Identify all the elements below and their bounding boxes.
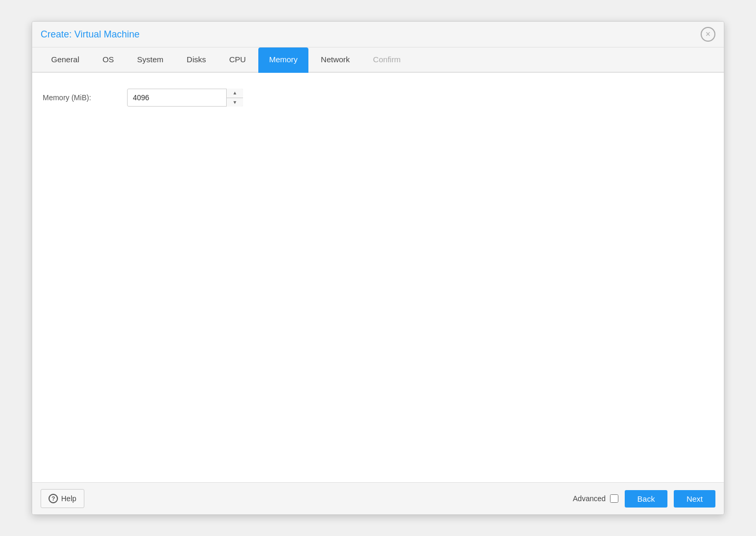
dialog-content: Memory (MiB): ▲ ▼ [32, 73, 724, 482]
footer-right: Advanced Back Next [573, 490, 715, 508]
tab-network[interactable]: Network [311, 47, 361, 73]
tabs-bar: General OS System Disks CPU Memory Netwo… [32, 47, 724, 73]
tab-confirm: Confirm [363, 47, 412, 73]
memory-input[interactable] [127, 89, 243, 107]
close-button[interactable]: × [701, 27, 715, 42]
help-label: Help [61, 494, 76, 503]
tab-os[interactable]: OS [92, 47, 124, 73]
memory-spin-up[interactable]: ▲ [227, 89, 243, 98]
advanced-text: Advanced [573, 494, 606, 503]
memory-form-row: Memory (MiB): ▲ ▼ [43, 89, 713, 107]
create-vm-dialog: Create: Virtual Machine × General OS Sys… [32, 21, 724, 515]
advanced-checkbox[interactable] [610, 494, 618, 503]
back-button[interactable]: Back [625, 490, 667, 508]
spinbox-buttons: ▲ ▼ [226, 89, 243, 107]
dialog-title: Create: Virtual Machine [41, 29, 140, 40]
tab-disks[interactable]: Disks [176, 47, 217, 73]
help-icon: ? [49, 494, 58, 503]
memory-label: Memory (MiB): [43, 93, 127, 102]
tab-memory[interactable]: Memory [258, 47, 308, 73]
tab-system[interactable]: System [127, 47, 174, 73]
dialog-header: Create: Virtual Machine × [32, 22, 724, 47]
next-button[interactable]: Next [674, 490, 715, 508]
memory-spin-down[interactable]: ▼ [227, 98, 243, 107]
help-button[interactable]: ? Help [41, 489, 84, 508]
dialog-footer: ? Help Advanced Back Next [32, 482, 724, 514]
advanced-label: Advanced [573, 494, 618, 503]
memory-spinbox: ▲ ▼ [127, 89, 243, 107]
tab-cpu[interactable]: CPU [219, 47, 257, 73]
tab-general[interactable]: General [41, 47, 90, 73]
footer-left: ? Help [41, 489, 84, 508]
